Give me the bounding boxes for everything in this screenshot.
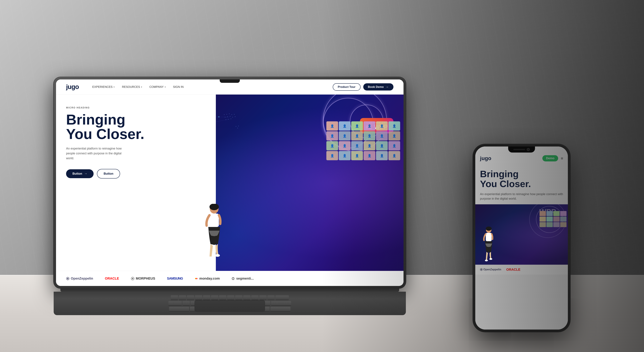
phone-hero-content: Bringing You Closer. An experiential pla… xyxy=(475,164,568,204)
key[interactable] xyxy=(179,295,186,300)
svg-point-44 xyxy=(218,116,220,117)
trackpad[interactable] xyxy=(194,300,265,312)
video-cell: 👤 xyxy=(388,121,400,131)
key[interactable] xyxy=(235,295,242,300)
laptop-nav-signin[interactable]: SIGN IN xyxy=(173,85,184,89)
svg-point-30 xyxy=(227,116,228,117)
key[interactable] xyxy=(171,295,178,300)
key[interactable] xyxy=(243,295,250,300)
svg-marker-51 xyxy=(67,278,68,279)
phone-person-figure-svg xyxy=(480,226,497,263)
key[interactable] xyxy=(187,295,194,300)
key[interactable] xyxy=(271,301,291,306)
key[interactable] xyxy=(182,301,190,306)
logo-monday: monday.com xyxy=(195,277,220,281)
svg-rect-61 xyxy=(486,233,492,241)
svg-point-37 xyxy=(236,126,236,127)
morpheus-icon xyxy=(131,277,134,281)
laptop-hero-subtitle: An experiential platform to reimagine ho… xyxy=(66,146,130,161)
keyboard-row-1 xyxy=(171,295,289,300)
key[interactable] xyxy=(259,295,267,300)
svg-point-63 xyxy=(489,258,492,260)
key[interactable] xyxy=(203,295,210,300)
logo-morpheus: MORPHEUS xyxy=(131,277,155,281)
laptop-screen-outer: jugo EXPERIENCES ▾ RESOURCES ▾ C xyxy=(54,77,406,288)
svg-point-60 xyxy=(486,226,492,231)
laptop-book-demo-button[interactable]: Book Demo → xyxy=(363,83,394,90)
phone-logo: jugo xyxy=(480,155,492,161)
phone-video-cell xyxy=(560,211,566,216)
video-cell: 👤 xyxy=(351,141,363,150)
phone-menu-icon[interactable]: ≡ xyxy=(561,156,563,161)
phone-demo-button[interactable]: Demo xyxy=(542,155,558,161)
video-cell: 👤 xyxy=(388,131,400,140)
phone-video-cell xyxy=(546,222,553,227)
btn-primary-arrow-icon: → xyxy=(84,172,87,175)
key[interactable] xyxy=(267,295,275,300)
phone-logo-oracle: ORACLE xyxy=(506,268,520,272)
svg-point-39 xyxy=(237,128,238,128)
phone-video-cell xyxy=(553,217,560,222)
video-cell: 👤 xyxy=(351,131,363,140)
key[interactable] xyxy=(227,295,234,300)
key[interactable] xyxy=(169,307,189,312)
laptop-nav-link-company[interactable]: COMPANY ▾ xyxy=(150,85,166,89)
phone-video-cell xyxy=(540,217,546,222)
phone-hero-subtitle: An experiential platform to reimagine ho… xyxy=(480,192,563,201)
laptop-base xyxy=(54,288,406,315)
video-cell: 👤 xyxy=(351,121,363,131)
phone-speaker xyxy=(513,149,525,150)
phone-screen: jugo Demo ≡ Bringing You Closer. An expe… xyxy=(475,146,568,330)
laptop: jugo EXPERIENCES ▾ RESOURCES ▾ C xyxy=(54,77,406,315)
laptop-website: jugo EXPERIENCES ▾ RESOURCES ▾ C xyxy=(56,79,404,286)
laptop-product-tour-button[interactable]: Product Tour xyxy=(333,83,360,91)
phone: jugo Demo ≡ Bringing You Closer. An expe… xyxy=(473,144,570,332)
video-cell: 👤 xyxy=(364,121,375,131)
key[interactable] xyxy=(270,307,290,312)
svg-point-28 xyxy=(234,114,234,115)
laptop-hero-btn-primary[interactable]: Button → xyxy=(66,169,94,178)
key[interactable] xyxy=(195,295,202,300)
logo-openzeppelin: OpenZeppelin xyxy=(66,277,93,281)
video-cell: 👤 xyxy=(326,131,338,140)
laptop-notch xyxy=(220,79,240,83)
svg-rect-47 xyxy=(210,214,219,227)
resources-chevron-icon: ▾ xyxy=(141,86,142,88)
key[interactable] xyxy=(219,295,226,300)
video-cell: 👤 xyxy=(326,151,338,160)
laptop-hero-buttons: Button → Button xyxy=(66,169,206,179)
phone-logo-openzeppelin: OpenZeppelin xyxy=(480,268,501,271)
laptop-hero-left: MICRO HEADING Bringing You Closer. An ex… xyxy=(56,94,216,271)
video-cell: 👤 xyxy=(364,141,375,150)
key[interactable] xyxy=(251,295,258,300)
laptop-hero-title: Bringing You Closer. xyxy=(66,112,206,141)
person-figure-svg xyxy=(201,204,228,261)
segment-icon xyxy=(232,277,235,280)
logo-samsung: SAMSUNG xyxy=(167,277,183,281)
key[interactable] xyxy=(168,301,182,306)
video-cell: 👤 xyxy=(388,151,400,160)
laptop-hero-btn-secondary[interactable]: Button xyxy=(97,169,120,179)
svg-point-25 xyxy=(226,114,227,115)
laptop-nav-link-experiences[interactable]: EXPERIENCES ▾ xyxy=(92,85,114,89)
company-chevron-icon: ▾ xyxy=(165,86,166,88)
phone-hero-title: Bringing You Closer. xyxy=(480,169,563,189)
video-cell: 👤 xyxy=(339,121,350,131)
key[interactable] xyxy=(211,295,218,300)
laptop-screen: jugo EXPERIENCES ▾ RESOURCES ▾ C xyxy=(56,79,404,286)
svg-point-24 xyxy=(224,114,224,115)
svg-point-31 xyxy=(230,116,230,117)
laptop-nav-link-resources[interactable]: RESOURCES ▾ xyxy=(122,85,142,89)
key[interactable] xyxy=(276,295,289,300)
svg-point-32 xyxy=(232,117,233,117)
laptop-hinge xyxy=(60,288,399,292)
video-cell: 👤 xyxy=(364,131,375,140)
phone-video-cell xyxy=(560,222,566,227)
video-cell: 👤 xyxy=(376,151,388,160)
phone-video-cell xyxy=(560,217,566,222)
laptop-keyboard-area xyxy=(54,292,406,315)
laptop-nav-links: EXPERIENCES ▾ RESOURCES ▾ COMPANY ▾ xyxy=(92,85,333,89)
video-cell: 👤 xyxy=(376,121,388,131)
phone-video-cell xyxy=(546,217,553,222)
phone-openzeppelin-icon xyxy=(480,268,483,271)
